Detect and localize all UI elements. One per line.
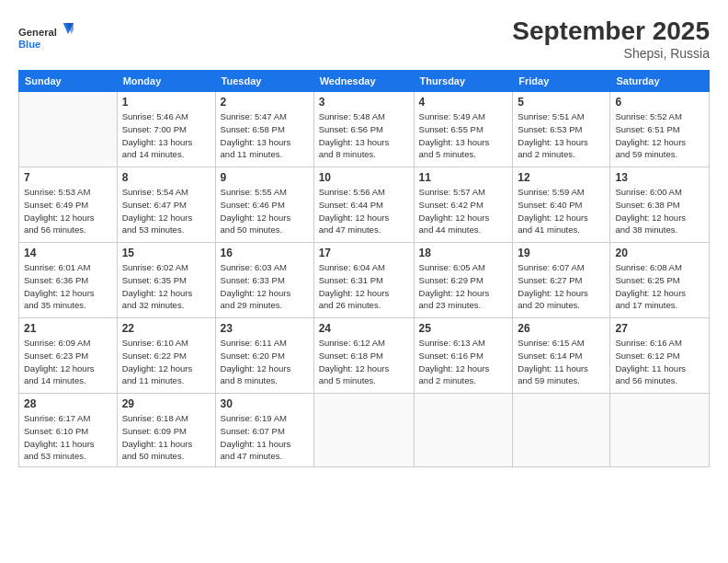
month-title: September 2025 <box>512 17 710 46</box>
day-info: Sunrise: 5:57 AM Sunset: 6:42 PM Dayligh… <box>419 186 508 236</box>
table-row: 15Sunrise: 6:02 AM Sunset: 6:35 PM Dayli… <box>117 243 215 318</box>
day-info: Sunrise: 5:52 AM Sunset: 6:51 PM Dayligh… <box>615 110 704 161</box>
day-number: 5 <box>518 96 605 109</box>
day-info: Sunrise: 6:09 AM Sunset: 6:23 PM Dayligh… <box>24 337 112 387</box>
day-info: Sunrise: 6:01 AM Sunset: 6:36 PM Dayligh… <box>24 261 112 312</box>
table-row: 2Sunrise: 5:47 AM Sunset: 6:58 PM Daylig… <box>215 92 313 167</box>
table-row: 30Sunrise: 6:19 AM Sunset: 6:07 PM Dayli… <box>215 394 313 467</box>
table-row: 11Sunrise: 5:57 AM Sunset: 6:42 PM Dayli… <box>414 167 513 243</box>
table-row: 18Sunrise: 6:05 AM Sunset: 6:29 PM Dayli… <box>414 243 513 318</box>
day-number: 10 <box>319 171 409 184</box>
table-row: 8Sunrise: 5:54 AM Sunset: 6:47 PM Daylig… <box>117 167 215 243</box>
col-thursday: Thursday <box>414 71 513 92</box>
day-number: 16 <box>221 247 309 259</box>
day-info: Sunrise: 6:08 AM Sunset: 6:25 PM Dayligh… <box>615 261 704 312</box>
day-number: 8 <box>122 171 210 184</box>
day-number: 3 <box>319 96 409 109</box>
col-saturday: Saturday <box>610 71 710 92</box>
day-info: Sunrise: 6:05 AM Sunset: 6:29 PM Dayligh… <box>419 261 508 312</box>
day-info: Sunrise: 5:49 AM Sunset: 6:55 PM Dayligh… <box>419 110 508 161</box>
col-wednesday: Wednesday <box>313 71 414 92</box>
day-info: Sunrise: 6:12 AM Sunset: 6:18 PM Dayligh… <box>319 337 409 387</box>
table-row: 20Sunrise: 6:08 AM Sunset: 6:25 PM Dayli… <box>610 243 710 318</box>
table-row: 7Sunrise: 5:53 AM Sunset: 6:49 PM Daylig… <box>19 167 118 243</box>
day-info: Sunrise: 6:16 AM Sunset: 6:12 PM Dayligh… <box>615 337 704 387</box>
day-number: 14 <box>24 247 112 259</box>
table-row: 25Sunrise: 6:13 AM Sunset: 6:16 PM Dayli… <box>414 318 513 394</box>
day-number: 27 <box>615 322 704 335</box>
day-info: Sunrise: 6:11 AM Sunset: 6:20 PM Dayligh… <box>221 337 309 387</box>
day-number: 22 <box>122 322 210 335</box>
day-info: Sunrise: 6:19 AM Sunset: 6:07 PM Dayligh… <box>221 412 309 463</box>
table-row: 6Sunrise: 5:52 AM Sunset: 6:51 PM Daylig… <box>610 92 710 167</box>
day-info: Sunrise: 6:17 AM Sunset: 6:10 PM Dayligh… <box>24 412 112 463</box>
logo: General Blue <box>18 17 74 57</box>
table-row: 24Sunrise: 6:12 AM Sunset: 6:18 PM Dayli… <box>313 318 414 394</box>
day-number: 30 <box>221 397 309 410</box>
day-info: Sunrise: 5:48 AM Sunset: 6:56 PM Dayligh… <box>319 110 409 161</box>
day-number: 11 <box>419 171 508 184</box>
day-info: Sunrise: 5:55 AM Sunset: 6:46 PM Dayligh… <box>221 186 309 236</box>
day-info: Sunrise: 5:46 AM Sunset: 7:00 PM Dayligh… <box>122 110 210 161</box>
day-number: 24 <box>319 322 409 335</box>
day-number: 17 <box>319 247 409 259</box>
col-tuesday: Tuesday <box>215 71 313 92</box>
day-number: 23 <box>221 322 309 335</box>
day-number: 18 <box>419 247 508 259</box>
day-info: Sunrise: 5:53 AM Sunset: 6:49 PM Dayligh… <box>24 186 112 236</box>
day-number: 26 <box>518 322 605 335</box>
title-block: September 2025 Shepsi, Russia <box>512 17 710 61</box>
logo-icon: General Blue <box>18 17 74 57</box>
table-row: 9Sunrise: 5:55 AM Sunset: 6:46 PM Daylig… <box>215 167 313 243</box>
day-info: Sunrise: 6:13 AM Sunset: 6:16 PM Dayligh… <box>419 337 508 387</box>
day-number: 13 <box>615 171 704 184</box>
col-monday: Monday <box>117 71 215 92</box>
calendar-header-row: Sunday Monday Tuesday Wednesday Thursday… <box>19 71 710 92</box>
table-row: 27Sunrise: 6:16 AM Sunset: 6:12 PM Dayli… <box>610 318 710 394</box>
table-row: 22Sunrise: 6:10 AM Sunset: 6:22 PM Dayli… <box>117 318 215 394</box>
day-number: 4 <box>419 96 508 109</box>
day-info: Sunrise: 6:10 AM Sunset: 6:22 PM Dayligh… <box>122 337 210 387</box>
table-row: 4Sunrise: 5:49 AM Sunset: 6:55 PM Daylig… <box>414 92 513 167</box>
location: Shepsi, Russia <box>512 46 710 61</box>
calendar-table: Sunday Monday Tuesday Wednesday Thursday… <box>18 70 710 467</box>
table-row: 1Sunrise: 5:46 AM Sunset: 7:00 PM Daylig… <box>117 92 215 167</box>
table-row <box>513 394 610 467</box>
col-sunday: Sunday <box>19 71 118 92</box>
col-friday: Friday <box>513 71 610 92</box>
page-header: General Blue September 2025 Shepsi, Russ… <box>18 17 710 61</box>
table-row: 19Sunrise: 6:07 AM Sunset: 6:27 PM Dayli… <box>513 243 610 318</box>
day-info: Sunrise: 6:15 AM Sunset: 6:14 PM Dayligh… <box>518 337 605 387</box>
svg-text:Blue: Blue <box>18 39 40 50</box>
day-number: 25 <box>419 322 508 335</box>
day-number: 2 <box>221 96 309 109</box>
day-info: Sunrise: 6:04 AM Sunset: 6:31 PM Dayligh… <box>319 261 409 312</box>
table-row: 12Sunrise: 5:59 AM Sunset: 6:40 PM Dayli… <box>513 167 610 243</box>
table-row: 13Sunrise: 6:00 AM Sunset: 6:38 PM Dayli… <box>610 167 710 243</box>
table-row: 26Sunrise: 6:15 AM Sunset: 6:14 PM Dayli… <box>513 318 610 394</box>
table-row: 14Sunrise: 6:01 AM Sunset: 6:36 PM Dayli… <box>19 243 118 318</box>
table-row <box>313 394 414 467</box>
day-info: Sunrise: 6:00 AM Sunset: 6:38 PM Dayligh… <box>615 186 704 236</box>
table-row <box>414 394 513 467</box>
table-row: 16Sunrise: 6:03 AM Sunset: 6:33 PM Dayli… <box>215 243 313 318</box>
day-info: Sunrise: 5:59 AM Sunset: 6:40 PM Dayligh… <box>518 186 605 236</box>
table-row: 21Sunrise: 6:09 AM Sunset: 6:23 PM Dayli… <box>19 318 118 394</box>
table-row: 3Sunrise: 5:48 AM Sunset: 6:56 PM Daylig… <box>313 92 414 167</box>
table-row: 29Sunrise: 6:18 AM Sunset: 6:09 PM Dayli… <box>117 394 215 467</box>
day-number: 29 <box>122 397 210 410</box>
svg-text:General: General <box>18 27 57 38</box>
day-info: Sunrise: 6:03 AM Sunset: 6:33 PM Dayligh… <box>221 261 309 312</box>
day-info: Sunrise: 6:07 AM Sunset: 6:27 PM Dayligh… <box>518 261 605 312</box>
day-number: 21 <box>24 322 112 335</box>
day-number: 1 <box>122 96 210 109</box>
table-row: 10Sunrise: 5:56 AM Sunset: 6:44 PM Dayli… <box>313 167 414 243</box>
day-number: 6 <box>615 96 704 109</box>
day-number: 19 <box>518 247 605 259</box>
day-info: Sunrise: 6:18 AM Sunset: 6:09 PM Dayligh… <box>122 412 210 463</box>
day-number: 12 <box>518 171 605 184</box>
table-row: 17Sunrise: 6:04 AM Sunset: 6:31 PM Dayli… <box>313 243 414 318</box>
day-info: Sunrise: 5:47 AM Sunset: 6:58 PM Dayligh… <box>221 110 309 161</box>
table-row <box>610 394 710 467</box>
table-row: 23Sunrise: 6:11 AM Sunset: 6:20 PM Dayli… <box>215 318 313 394</box>
